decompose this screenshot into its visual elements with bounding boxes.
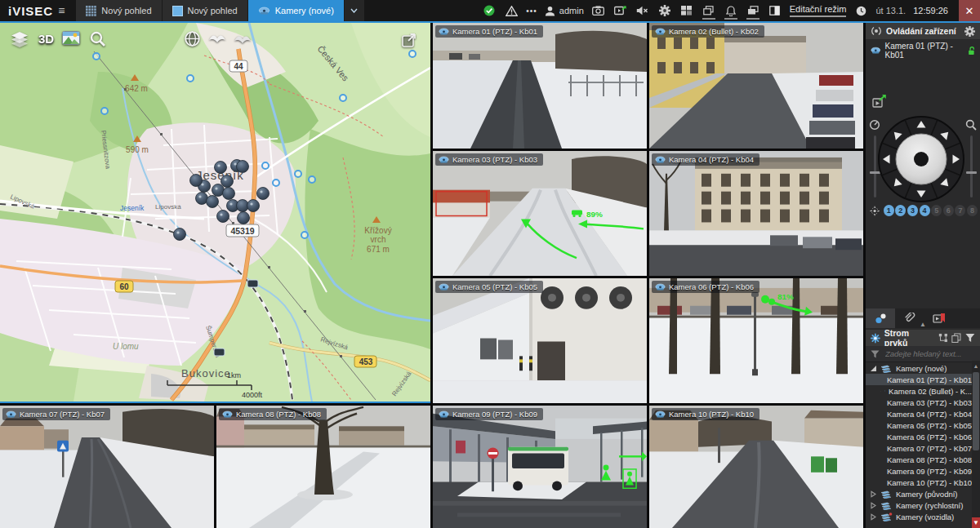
snapshot-icon[interactable] — [591, 2, 606, 20]
status-ok-icon[interactable] — [482, 2, 497, 20]
zoom-slider[interactable] — [970, 135, 973, 197]
user-menu[interactable]: admin — [545, 6, 584, 16]
svg-text:60: 60 — [119, 282, 129, 291]
preset-button-2[interactable]: 2 — [895, 205, 906, 216]
export-video-icon[interactable] — [613, 2, 628, 20]
tree-item-kamera-01[interactable]: Kamera 01 (PTZ) - Kb01 — [866, 374, 972, 385]
map-layers-button[interactable] — [11, 32, 29, 47]
scroll-down-icon[interactable]: ▼ — [972, 517, 980, 528]
tree-item-kamera-08[interactable]: Kamera 08 (PTZ) - Kb08 — [866, 454, 972, 465]
expander-collapsed-icon[interactable] — [870, 513, 877, 521]
scroll-up-icon[interactable]: ▲ — [972, 361, 980, 370]
side-panel-toggle-icon[interactable] — [768, 2, 782, 20]
selected-device-row[interactable]: Kamera 01 (PTZ) - Kb01 — [866, 42, 980, 59]
preset-button-8[interactable]: 8 — [967, 205, 978, 216]
scrollbar-thumb[interactable] — [973, 372, 979, 450]
tree-item-kamera-07[interactable]: Kamera 07 (PTZ) - Kb07 — [866, 442, 972, 454]
tree-item-label: Kamera 08 (PTZ) - Kb08 — [887, 455, 972, 464]
tab-list-chevron-icon[interactable] — [345, 0, 364, 21]
tree-search-input[interactable] — [884, 348, 975, 359]
map-basemap-globe-button[interactable] — [185, 31, 200, 47]
tree-item-kamera-10[interactable]: Kamera 10 (PTZ) - Kb10 — [866, 477, 972, 488]
tree-group-kamery-puvodni[interactable]: Kamery (původní) — [866, 488, 972, 499]
edit-mode-label[interactable]: Editační režim — [790, 4, 847, 17]
tree-item-label: Kamera 04 (PTZ) - Kb04 — [887, 410, 972, 419]
tree-group-kamery-nove[interactable]: Kamery (nové) — [866, 362, 972, 374]
windows-stack-icon[interactable] — [746, 2, 760, 20]
preset-button-5[interactable]: 5 — [931, 205, 942, 216]
tree-scrollbar[interactable]: ▲ ▼ — [972, 361, 980, 528]
camera-tile-04[interactable]: Kamera 04 (PTZ) - Kb04 — [649, 151, 863, 276]
tree-item-kamera-02[interactable]: Kamera 02 (Bullet) - K... — [866, 385, 972, 397]
close-app-button[interactable]: ✕ — [959, 0, 980, 21]
expander-collapsed-icon[interactable] — [870, 502, 877, 509]
notifications-bell-icon[interactable] — [724, 2, 738, 20]
tree-item-label: Kamera 01 (PTZ) - Kb01 — [887, 375, 972, 384]
tree-group-kamery-vozidla[interactable]: Kamery (vozidla) — [866, 511, 972, 522]
main-menu-icon[interactable]: ≡ — [58, 4, 65, 17]
open-in-view-button[interactable] — [871, 93, 889, 109]
tree-item-label: Kamera 05 (PTZ) - Kb05 — [887, 421, 972, 430]
expander-expanded-icon[interactable] — [870, 365, 877, 372]
window-restore-icon[interactable] — [702, 2, 716, 20]
mute-icon[interactable] — [635, 2, 650, 20]
camera-tile-02[interactable]: Kamera 02 (Bullet) - Kb02 — [649, 23, 863, 149]
hierarchy-icon[interactable] — [938, 333, 948, 343]
layout-select-icon[interactable] — [679, 2, 694, 20]
expander-collapsed-icon[interactable] — [880, 388, 881, 395]
elevation-label: 590 m — [126, 145, 149, 154]
svg-text:89%: 89% — [586, 210, 603, 219]
camera-video — [649, 406, 863, 528]
tab-kamery-nove[interactable]: Kamery (nové) — [248, 0, 345, 21]
camera-name: Kamera 09 (PTZ) - Kb09 — [452, 410, 537, 419]
camera-video — [649, 151, 863, 276]
alerts-overflow[interactable]: ••• — [526, 7, 537, 16]
camera-label-chip: Kamera 04 (PTZ) - Kb04 — [652, 153, 760, 166]
tree-item-kamera-05[interactable]: Kamera 05 (PTZ) - Kb05 — [866, 419, 972, 431]
titlebar-actions: ••• admin — [482, 0, 980, 21]
alerts-warning-icon[interactable] — [504, 2, 519, 20]
camera-tile-03[interactable]: 89% Kamera 03 (PTZ) - Kb03 — [433, 151, 647, 276]
copy-layers-icon[interactable] — [951, 333, 961, 343]
ptz-joystick[interactable] — [876, 114, 966, 206]
map-tile[interactable]: 642 m 590 m Křížový vrch 671 m Jeseník B… — [0, 23, 430, 403]
expander-collapsed-icon[interactable] — [870, 490, 877, 498]
camera-tile-10[interactable]: Kamera 10 (PTZ) - Kb10 — [649, 406, 863, 528]
settings-gear-icon[interactable] — [657, 2, 672, 20]
preset-button-7[interactable]: 7 — [955, 205, 965, 216]
preset-button-3[interactable]: 3 — [907, 205, 918, 216]
peak-name-label: Křížový — [364, 226, 391, 235]
camera-tile-05[interactable]: Kamera 05 (PTZ) - Kb05 — [433, 278, 647, 403]
tab-label: Kamery (nové) — [275, 6, 334, 16]
camera-tile-08[interactable]: Kamera 08 (PTZ) - Kb08 — [216, 406, 430, 528]
map-legend-button[interactable] — [62, 31, 80, 45]
tree-group-kamery-rychlostni[interactable]: Kamery (rychlostní) — [866, 499, 972, 511]
panel-splitter[interactable]: ▲ — [866, 322, 980, 328]
zoom-slider-thumb[interactable] — [966, 171, 977, 174]
dome-camera-icon — [439, 156, 449, 164]
tree-item-kamera-09[interactable]: Kamera 09 (PTZ) - Kb09 — [866, 465, 972, 477]
map-birdview-button-2[interactable] — [234, 33, 252, 45]
tree-item-kamera-04[interactable]: Kamera 04 (PTZ) - Kb04 — [866, 408, 972, 419]
tree-item-kamera-06[interactable]: Kamera 06 (PTZ) - Kb06 — [866, 431, 972, 442]
map-birdview-button-1[interactable] — [208, 33, 226, 44]
tab-label: Nový pohled — [188, 6, 238, 16]
tab-novy-pohled-2[interactable]: Nový pohled — [163, 0, 248, 21]
preset-button-4[interactable]: 4 — [920, 205, 930, 216]
preset-button-1[interactable]: 1 — [884, 205, 894, 216]
camera-icon — [258, 7, 270, 16]
camera-tile-09[interactable]: Kamera 09 (PTZ) - Kb09 — [433, 406, 647, 528]
camera-tile-07[interactable]: Kamera 07 (PTZ) - Kb07 — [0, 406, 214, 528]
unlock-icon[interactable] — [968, 46, 975, 56]
camera-tile-01[interactable]: Kamera 01 (PTZ) - Kb01 — [433, 23, 647, 149]
filter-funnel-icon[interactable] — [965, 333, 975, 343]
camera-tile-06[interactable]: 81% Kamera 06 (PTZ) - Kb06 — [649, 278, 863, 403]
map-3d-button[interactable]: 3D — [38, 32, 54, 46]
tree-item-kamera-03[interactable]: Kamera 03 (PTZ) - Kb03 — [866, 397, 972, 408]
preset-button-6[interactable]: 6 — [943, 205, 954, 216]
map-expand-button[interactable] — [402, 33, 416, 47]
panel-settings-gear-icon[interactable] — [964, 26, 975, 37]
map-search-button[interactable] — [90, 31, 105, 47]
grid-layout-icon — [86, 6, 96, 16]
tab-novy-pohled-1[interactable]: Nový pohled — [76, 0, 162, 21]
